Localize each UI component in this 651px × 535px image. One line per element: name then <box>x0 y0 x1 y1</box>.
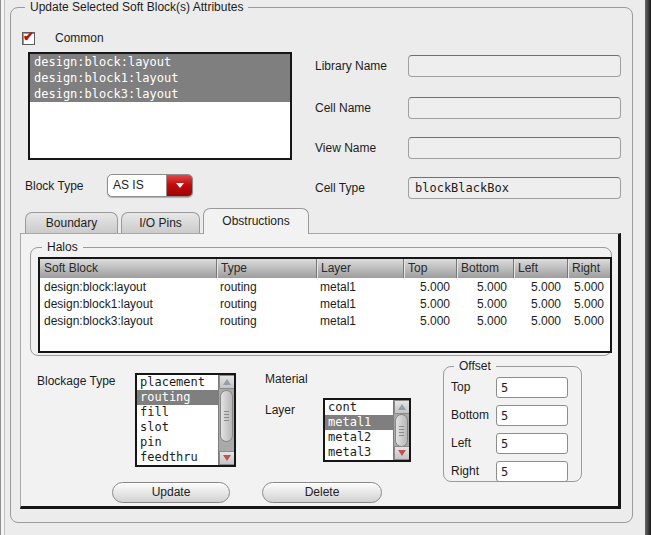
tab-boundary[interactable]: Boundary <box>25 212 118 233</box>
halos-table-body: design:block:layoutroutingmetal15.0005.0… <box>40 278 610 329</box>
halos-table-cell: routing <box>216 295 316 312</box>
scroll-up-button[interactable] <box>394 400 410 414</box>
halos-table-cell: 5.000 <box>513 295 567 312</box>
halos-table-header: Soft BlockTypeLayerTopBottomLeftRight <box>40 259 610 278</box>
halos-table-cell: 5.000 <box>403 312 456 329</box>
offset-left-label: Left <box>451 436 471 450</box>
scroll-down-icon <box>223 455 231 461</box>
offset-row: Top <box>444 377 583 399</box>
halos-column-header: Layer <box>316 259 403 278</box>
tab-io-pins[interactable]: I/O Pins <box>121 212 200 233</box>
halos-table-cell: routing <box>216 312 316 329</box>
library-name-label: Library Name <box>315 59 387 73</box>
scroll-down-button[interactable] <box>219 451 235 465</box>
halos-column-header: Soft Block <box>40 259 216 278</box>
offset-top-label: Top <box>451 380 470 394</box>
halos-table-cell: 5.000 <box>403 278 456 295</box>
halos-table-cell: design:block3:layout <box>40 312 216 329</box>
layer-label: Layer <box>265 403 295 417</box>
scroll-down-icon <box>398 450 406 456</box>
halos-table-cell: routing <box>216 278 316 295</box>
halos-table-cell: metal1 <box>316 295 403 312</box>
offset-right-label: Right <box>451 464 479 478</box>
halos-title: Halos <box>42 240 83 254</box>
block-type-label: Block Type <box>25 179 83 193</box>
halos-table-cell: design:block:layout <box>40 278 216 295</box>
halos-table-cell: 5.000 <box>456 312 513 329</box>
delete-button[interactable]: Delete <box>262 482 382 503</box>
offset-bottom-input[interactable] <box>496 405 568 426</box>
cell-type-field[interactable]: blockBlackBox <box>408 177 621 199</box>
halos-table-cell: 5.000 <box>513 278 567 295</box>
halos-column-header: Left <box>513 259 567 278</box>
halos-column-header: Bottom <box>456 259 513 278</box>
halos-table-cell: 5.000 <box>567 295 610 312</box>
cell-type-label: Cell Type <box>315 181 365 195</box>
material-label: Material <box>265 372 308 386</box>
offset-row: Right <box>444 461 583 483</box>
common-checkbox[interactable]: ✔ <box>22 32 35 45</box>
cell-name-field[interactable] <box>408 97 621 119</box>
view-name-label: View Name <box>315 141 376 155</box>
scroll-down-button[interactable] <box>394 446 410 460</box>
soft-block-list[interactable]: design:block:layoutdesign:block1:layoutd… <box>28 52 292 160</box>
cell-name-label: Cell Name <box>315 101 371 115</box>
scroll-up-icon <box>398 404 406 410</box>
scrollbar-thumb[interactable] <box>220 390 233 442</box>
scrollbar-thumb[interactable] <box>395 414 408 447</box>
soft-block-list-item[interactable]: design:block:layout <box>30 54 290 70</box>
update-button[interactable]: Update <box>112 482 230 503</box>
halos-column-header: Top <box>403 259 456 278</box>
halos-table-cell: 5.000 <box>567 312 610 329</box>
soft-block-list-item[interactable]: design:block1:layout <box>30 70 290 86</box>
halos-table-cell: 5.000 <box>513 312 567 329</box>
view-name-field[interactable] <box>408 137 621 159</box>
scroll-up-button[interactable] <box>219 375 235 389</box>
layer-list[interactable]: contmetal1metal2metal3 <box>323 398 411 462</box>
offset-groupbox: Offset TopBottomLeftRight <box>443 366 582 482</box>
halos-table-cell: 5.000 <box>456 295 513 312</box>
halos-column-header: Right <box>567 259 610 278</box>
blockage-type-label: Blockage Type <box>37 374 116 388</box>
halos-table-cell: metal1 <box>316 278 403 295</box>
offset-top-input[interactable] <box>496 377 568 398</box>
block-type-dropdown[interactable]: AS IS <box>107 174 193 197</box>
window-frame-edge <box>4 0 5 535</box>
halos-table-row[interactable]: design:block1:layoutroutingmetal15.0005.… <box>40 295 610 312</box>
layer-scrollbar[interactable] <box>393 400 409 460</box>
chevron-down-icon <box>176 183 184 188</box>
halos-table-row[interactable]: design:block3:layoutroutingmetal15.0005.… <box>40 312 610 329</box>
library-name-field[interactable] <box>408 55 621 77</box>
check-icon: ✔ <box>23 29 34 44</box>
blockage-type-list[interactable]: placementroutingfillslotpinfeedthru <box>135 373 236 467</box>
block-type-value: AS IS <box>108 175 166 196</box>
halos-table-cell: design:block1:layout <box>40 295 216 312</box>
offset-bottom-label: Bottom <box>451 408 489 422</box>
halos-column-header: Type <box>216 259 316 278</box>
halos-table-row[interactable]: design:block:layoutroutingmetal15.0005.0… <box>40 278 610 295</box>
offset-right-input[interactable] <box>496 461 568 482</box>
offset-row: Left <box>444 433 583 455</box>
soft-block-list-item[interactable]: design:block3:layout <box>30 86 290 102</box>
halos-table-cell: 5.000 <box>567 278 610 295</box>
halos-table-cell: 5.000 <box>456 278 513 295</box>
halos-table-cell: 5.000 <box>403 295 456 312</box>
tab-obstructions[interactable]: Obstructions <box>203 208 309 234</box>
dialog-title: Update Selected Soft Block(s) Attributes <box>25 0 248 14</box>
halos-table: Soft BlockTypeLayerTopBottomLeftRight de… <box>38 257 612 353</box>
scroll-up-icon <box>223 379 231 385</box>
offset-title: Offset <box>454 359 496 373</box>
offset-left-input[interactable] <box>496 433 568 454</box>
window-frame-edge <box>645 0 651 535</box>
cell-type-value: blockBlackBox <box>415 181 509 195</box>
offset-row: Bottom <box>444 405 583 427</box>
halos-table-cell: metal1 <box>316 312 403 329</box>
block-type-dropdown-button[interactable] <box>166 175 192 196</box>
common-checkbox-label: Common <box>55 31 104 45</box>
blockage-scrollbar[interactable] <box>218 375 234 465</box>
